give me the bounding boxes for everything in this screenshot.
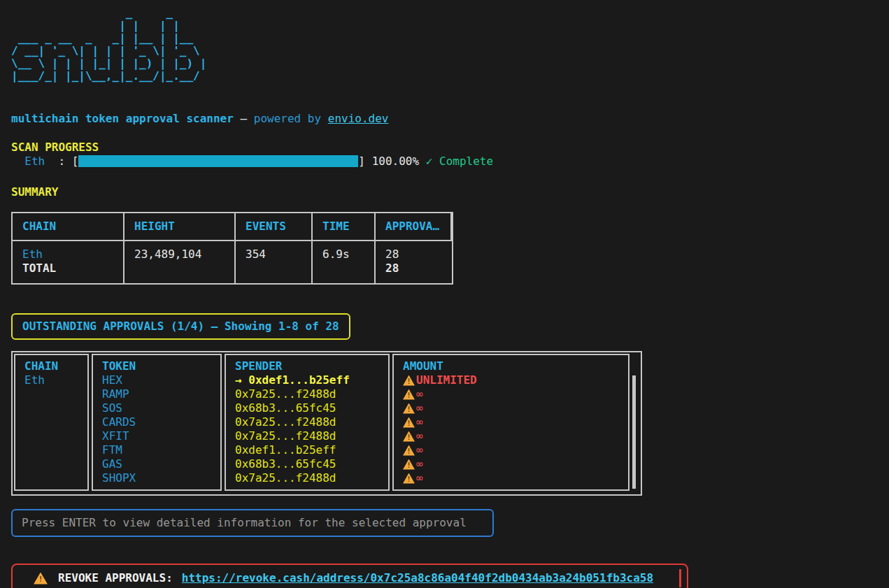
- summary-events-value: 354: [246, 248, 307, 261]
- summary-total-label: TOTAL: [22, 261, 119, 275]
- summary-col-approvals: APPROVA…: [376, 213, 452, 241]
- summary-col-chain: CHAIN: [13, 213, 125, 241]
- approval-row-amount[interactable]: ∞: [403, 429, 625, 443]
- approval-row-token[interactable]: GAS: [102, 457, 218, 471]
- approvals-spender-column: SPENDER → 0xdef1...b25eff 0x7a25...f2488…: [225, 354, 390, 491]
- summary-approvals-value: 28: [385, 248, 448, 261]
- summary-cell-events: 354: [236, 241, 313, 283]
- scan-progress-line: Eth : [] 100.00% ✓ Complete: [11, 155, 889, 168]
- approval-row-spender[interactable]: 0x7a25...f2488d: [235, 415, 385, 429]
- summary-col-events: EVENTS: [236, 213, 313, 241]
- approval-row-amount[interactable]: ∞: [403, 415, 625, 429]
- progress-percent: 100.00%: [372, 155, 419, 168]
- envio-link[interactable]: envio.dev: [328, 112, 389, 125]
- approvals-col-token: TOKEN: [102, 359, 218, 373]
- outstanding-approvals-header: OUTSTANDING APPROVALS (1/4) — Showing 1-…: [11, 313, 350, 340]
- summary-heading: SUMMARY: [11, 185, 889, 199]
- warning-icon: [403, 473, 415, 484]
- revoke-approvals-label: REVOKE APPROVALS:: [58, 571, 173, 585]
- progress-bar-fill: [78, 155, 358, 167]
- approval-row-amount[interactable]: ∞: [403, 443, 625, 457]
- summary-cell-approvals: 28 28: [376, 241, 452, 283]
- approval-row-amount[interactable]: ∞: [403, 387, 625, 401]
- summary-approvals-total: 28: [385, 261, 448, 275]
- approvals-amount-column: AMOUNT UNLIMITED ∞ ∞ ∞ ∞ ∞ ∞ ∞: [392, 354, 630, 491]
- approvals-token-column: TOKEN HEX RAMP SOS CARDS XFIT FTM GAS SH…: [92, 354, 222, 491]
- summary-cell-height: 23,489,104: [125, 241, 236, 283]
- approvals-col-spender: SPENDER: [235, 359, 385, 373]
- enter-hint-text: Press ENTER to view detailed information…: [22, 516, 467, 529]
- summary-chain-value: Eth: [22, 248, 119, 261]
- warning-icon: [403, 417, 415, 428]
- revoke-box-cursor-mark: [679, 569, 681, 587]
- summary-col-height: HEIGHT: [125, 213, 236, 241]
- summary-cell-time: 6.9s: [313, 241, 376, 283]
- app-title: multichain token approval scanner: [11, 112, 234, 125]
- approval-row-amount[interactable]: ∞: [403, 401, 625, 415]
- warning-icon: [34, 573, 48, 585]
- summary-time-value: 6.9s: [322, 248, 370, 261]
- app-logo-ascii: _ _ | | | | ___ _ __ _ _| |__ | |__ / __…: [11, 7, 889, 83]
- revoke-cash-link[interactable]: https://revoke.cash/address/0x7c25a8c86a…: [182, 571, 653, 585]
- selection-arrow-icon: →: [235, 373, 248, 387]
- approval-row-spender-selected[interactable]: → 0xdef1...b25eff: [235, 373, 385, 387]
- warning-icon: [403, 389, 415, 400]
- approval-row-spender[interactable]: 0x7a25...f2488d: [235, 429, 385, 443]
- app-root: _ _ | | | | ___ _ __ _ _| |__ | |__ / __…: [0, 0, 889, 588]
- approval-row-spender[interactable]: 0x7a25...f2488d: [235, 471, 385, 485]
- check-icon: ✓: [426, 155, 433, 168]
- summary-table: CHAIN HEIGHT EVENTS TIME APPROVA… Eth TO…: [11, 212, 453, 285]
- approval-row-token[interactable]: FTM: [102, 443, 218, 457]
- tagline: multichain token approval scanner — powe…: [11, 112, 889, 126]
- approvals-table: CHAIN Eth TOKEN HEX RAMP SOS CARDS XFIT …: [11, 351, 642, 496]
- summary-col-time: TIME: [313, 213, 376, 241]
- approval-row-token[interactable]: RAMP: [102, 387, 218, 401]
- progress-bracket-open: [: [72, 155, 79, 168]
- warning-icon: [403, 459, 415, 470]
- progress-bracket-close: ]: [358, 155, 365, 168]
- approval-row-token[interactable]: HEX: [102, 373, 218, 387]
- approvals-col-chain: CHAIN: [24, 359, 85, 373]
- approvals-chain-column: CHAIN Eth: [14, 354, 89, 491]
- warning-icon: [403, 431, 415, 442]
- approval-row-spender[interactable]: 0x7a25...f2488d: [235, 387, 385, 401]
- scan-progress-heading: SCAN PROGRESS: [11, 141, 889, 155]
- revoke-approvals-banner: REVOKE APPROVALS: https://revoke.cash/ad…: [11, 564, 688, 588]
- approval-row-amount[interactable]: UNLIMITED: [403, 373, 625, 387]
- summary-height-value: 23,489,104: [134, 248, 230, 261]
- warning-icon: [403, 403, 415, 414]
- approval-row-token[interactable]: SHOPX: [102, 471, 218, 485]
- progress-separator: :: [58, 155, 65, 168]
- approval-row-spender[interactable]: 0x68b3...65fc45: [235, 401, 385, 415]
- approvals-chain-value: Eth: [24, 373, 85, 387]
- approvals-scrollbar[interactable]: [632, 375, 636, 489]
- approvals-col-amount: AMOUNT: [403, 359, 625, 373]
- approval-row-token[interactable]: SOS: [102, 401, 218, 415]
- approval-row-token[interactable]: XFIT: [102, 429, 218, 443]
- progress-status: Complete: [439, 155, 493, 168]
- progress-chain-label: Eth: [24, 155, 45, 168]
- approval-row-amount[interactable]: ∞: [403, 457, 625, 471]
- warning-icon: [403, 375, 415, 386]
- warning-icon: [403, 445, 415, 456]
- enter-hint-box: Press ENTER to view detailed information…: [11, 509, 494, 537]
- approval-row-spender[interactable]: 0xdef1...b25eff: [235, 443, 385, 457]
- powered-by-label: powered by: [254, 112, 321, 125]
- summary-cell-chain: Eth TOTAL: [13, 241, 125, 283]
- approval-row-spender[interactable]: 0x68b3...65fc45: [235, 457, 385, 471]
- tagline-dash: —: [234, 112, 254, 125]
- approval-row-token[interactable]: CARDS: [102, 415, 218, 429]
- approval-row-amount[interactable]: ∞: [403, 471, 625, 485]
